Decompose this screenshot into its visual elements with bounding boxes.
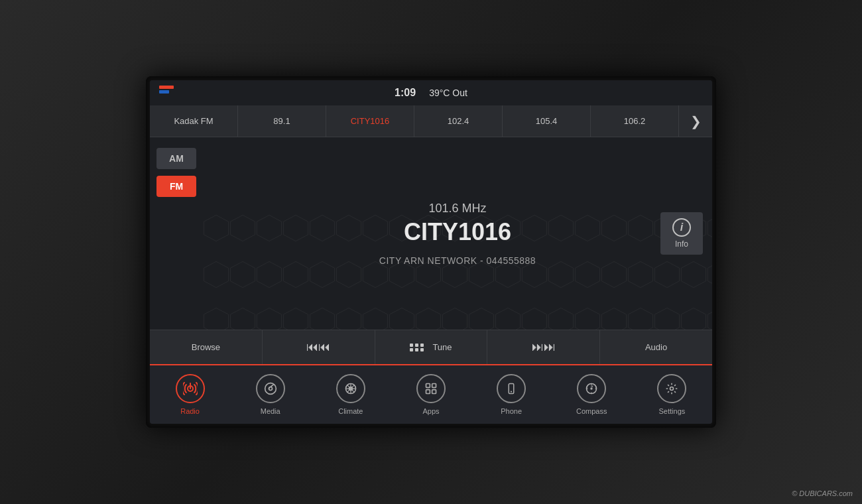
clock-display: 1:09 <box>395 87 416 99</box>
nav-settings[interactable]: Settings <box>632 365 712 424</box>
media-icon <box>256 374 285 403</box>
tune-button[interactable]: Tune <box>375 330 488 364</box>
info-icon: i <box>672 218 691 237</box>
preset-kadak-fm[interactable]: Kadak FM <box>150 105 238 137</box>
status-bar: 1:09 39°C Out <box>150 80 712 105</box>
nav-phone[interactable]: Phone <box>471 365 552 424</box>
nav-phone-label: Phone <box>501 407 522 415</box>
center-display: 101.6 MHz CITY1016 CITY ARN NETWORK - 04… <box>203 137 712 330</box>
nav-climate-label: Climate <box>338 407 363 415</box>
svg-point-13 <box>591 388 592 389</box>
radio-icon <box>176 374 205 403</box>
nav-radio[interactable]: Radio <box>150 365 230 424</box>
browse-button[interactable]: Browse <box>150 330 263 364</box>
am-button[interactable]: AM <box>156 148 196 169</box>
nav-settings-label: Settings <box>659 407 686 415</box>
info-button-label: Info <box>675 239 688 249</box>
car-surround: 1:09 39°C Out Kadak FM 89.1 CITY1016 <box>0 0 862 504</box>
center-info: 1:09 39°C Out <box>395 87 467 99</box>
bottom-nav: Radio Media <box>150 364 712 424</box>
preset-bar: Kadak FM 89.1 CITY1016 102.4 105.4 106.2 <box>150 105 712 137</box>
preset-89-1[interactable]: 89.1 <box>238 105 326 137</box>
info-button[interactable]: i Info <box>660 212 703 255</box>
svg-point-2 <box>265 383 276 395</box>
temperature-display: 39°C Out <box>429 88 467 98</box>
signal-icon-right <box>688 86 703 100</box>
preset-city1016[interactable]: CITY1016 <box>326 105 414 137</box>
controls-bar: Browse ⏮⏮ Tune ⏭⏭ Audio <box>150 330 712 364</box>
nav-apps[interactable]: Apps <box>391 365 471 424</box>
nav-media-label: Media <box>261 407 280 415</box>
fm-button[interactable]: FM <box>156 176 196 197</box>
band-buttons: AM FM <box>150 137 203 330</box>
watermark: © DUBICARS.com <box>792 489 853 497</box>
station-frequency: 101.6 MHz <box>428 202 486 216</box>
signal-icon-left <box>159 86 174 100</box>
hex-background <box>203 214 712 330</box>
nav-media[interactable]: Media <box>230 365 310 424</box>
svg-point-15 <box>670 387 674 391</box>
svg-text:W: W <box>591 385 593 388</box>
svg-point-5 <box>349 387 352 391</box>
nav-apps-label: Apps <box>422 407 439 415</box>
svg-rect-7 <box>432 384 436 388</box>
preset-105-4[interactable]: 105.4 <box>503 105 591 137</box>
preset-106-2[interactable]: 106.2 <box>591 105 679 137</box>
phone-icon <box>497 374 526 403</box>
nav-radio-label: Radio <box>180 407 200 415</box>
prev-button[interactable]: ⏮⏮ <box>263 330 375 364</box>
svg-rect-9 <box>432 390 436 394</box>
next-button[interactable]: ⏭⏭ <box>487 330 600 364</box>
svg-rect-6 <box>426 384 430 388</box>
nav-compass-label: Compass <box>576 407 607 415</box>
svg-rect-8 <box>426 390 430 394</box>
audio-button[interactable]: Audio <box>600 330 712 364</box>
compass-icon: W <box>577 374 606 403</box>
screen: 1:09 39°C Out Kadak FM 89.1 CITY1016 <box>150 80 712 424</box>
apps-icon <box>416 374 446 403</box>
nav-compass[interactable]: W Compass <box>552 365 632 424</box>
preset-next-arrow[interactable]: ❯ <box>679 105 712 137</box>
preset-102-4[interactable]: 102.4 <box>414 105 503 137</box>
climate-icon <box>336 374 365 403</box>
tune-icon <box>410 344 424 351</box>
main-content: AM FM 101.6 MHz CITY1016 CITY ARN NETWOR… <box>150 137 712 330</box>
settings-icon <box>657 374 686 403</box>
nav-climate[interactable]: Climate <box>310 365 391 424</box>
screen-bezel: 1:09 39°C Out Kadak FM 89.1 CITY1016 <box>146 76 716 428</box>
